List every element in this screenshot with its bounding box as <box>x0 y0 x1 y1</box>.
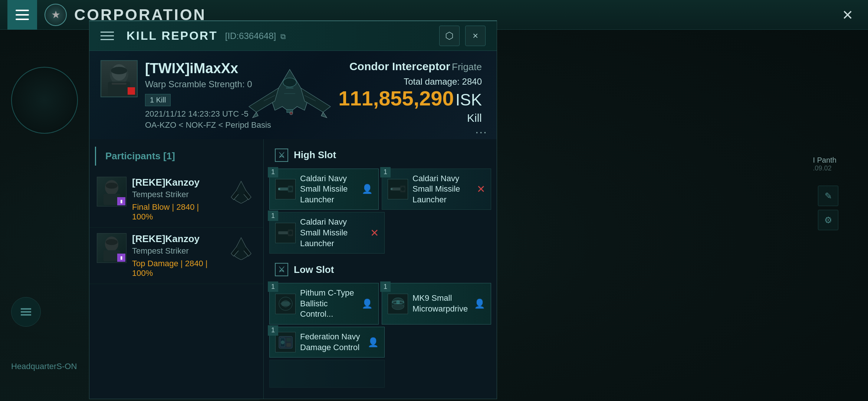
item-qty-1: 1 <box>268 167 278 177</box>
bottom-menu-button[interactable] <box>11 297 41 327</box>
content-area: Participants [1] ▮ [REKE]Kanzoy Tem <box>89 139 497 399</box>
svg-rect-0 <box>21 308 31 310</box>
hamburger-line <box>16 14 29 16</box>
svg-point-8 <box>283 78 296 87</box>
low-item-text-2: MK9 Small Microwarpdrive <box>412 293 470 314</box>
low-slot-icon: ⚔ <box>275 263 288 276</box>
participant-stats-2: Top Damage | 2840 | 100% <box>132 259 221 278</box>
person-icon-1: 👤 <box>362 184 373 194</box>
item-text-1: Caldari Navy Small Missile Launcher <box>300 173 357 205</box>
svg-rect-42 <box>286 343 291 347</box>
gear-button[interactable]: ⚙ <box>818 210 838 230</box>
close-icon-1[interactable]: ✕ <box>477 183 485 195</box>
chat-time-1: .09.02 <box>813 164 836 172</box>
participant-ship-2: Tempest Striker <box>132 246 221 256</box>
svg-rect-24 <box>278 188 280 190</box>
low-slot-row-1: 1 Pithum C-Type Ballistic Control... 👤 <box>269 283 491 325</box>
low-item-name-3: Federation Navy Damage Control <box>300 332 363 353</box>
low-item-icon-3 <box>275 332 296 352</box>
person-icon-low-3: 👤 <box>368 337 379 348</box>
participants-panel: Participants [1] ▮ [REKE]Kanzoy Tem <box>89 139 264 399</box>
svg-rect-2 <box>21 314 31 316</box>
svg-point-43 <box>281 340 285 344</box>
export-button[interactable]: ⬡ <box>439 26 460 46</box>
participant-avatar-2: ▮ <box>97 233 126 263</box>
participant-stats-1: Final Blow | 2840 | 100% <box>132 202 221 222</box>
empty-slot <box>388 212 491 254</box>
right-panel <box>838 30 868 37</box>
item-icon-3 <box>275 223 296 243</box>
corp-badge-2: ▮ <box>117 254 125 262</box>
ship-image-area <box>219 55 360 129</box>
low-item-qty-2: 1 <box>380 281 391 292</box>
item-qty-2: 1 <box>380 167 391 177</box>
low-empty-slot-2 <box>388 360 491 388</box>
high-slot-section: ⚔ High Slot 1 <box>269 145 491 254</box>
panel-menu-icon[interactable] <box>101 27 119 45</box>
low-slot-item-2: 1 <box>382 283 491 325</box>
svg-point-27 <box>401 187 405 191</box>
participant-info-2: [REKE]Kanzoy Tempest Striker Top Damage … <box>132 233 221 278</box>
edit-button[interactable]: ✎ <box>818 186 838 206</box>
low-item-text-1: Pithum C-Type Ballistic Control... <box>300 288 357 320</box>
low-item-name-2: MK9 Small Microwarpdrive <box>412 293 470 314</box>
svg-point-6 <box>111 67 127 74</box>
low-item-icon-2 <box>388 294 408 314</box>
dots-menu[interactable]: ··· <box>475 125 487 139</box>
mini-map <box>11 67 78 134</box>
equipment-panel: ⚔ High Slot 1 <box>264 139 497 399</box>
high-slot-icon: ⚔ <box>275 149 288 162</box>
svg-rect-41 <box>286 338 291 342</box>
panel-id: [ID:6364648] ⧉ <box>225 31 286 41</box>
svg-point-19 <box>106 239 118 245</box>
low-slot-row-2: 1 Federation Na <box>269 327 491 358</box>
svg-point-23 <box>289 187 292 191</box>
low-item-qty-1: 1 <box>268 281 278 292</box>
close-panel-button[interactable]: × <box>465 26 486 46</box>
participant-avatar-1: ▮ <box>97 177 126 206</box>
copy-icon[interactable]: ⧉ <box>280 32 286 40</box>
low-slot-row-3 <box>269 360 491 388</box>
participant-ship-1: Tempest Striker <box>132 190 221 199</box>
hq-label: HeadquarterS-ON <box>11 362 77 371</box>
left-panel: HeadquarterS-ON <box>0 30 89 401</box>
participant-entry-1: ▮ [REKE]Kanzoy Tempest Striker Final Blo… <box>89 171 263 228</box>
item-qty-3: 1 <box>268 211 278 221</box>
low-empty-slot <box>388 327 491 358</box>
participant-entry-2: ▮ [REKE]Kanzoy Tempest Striker Top Damag… <box>89 228 263 284</box>
svg-point-16 <box>106 183 118 189</box>
main-menu-button[interactable] <box>7 0 37 30</box>
high-slot-row-2: 1 Caldari Navy Small Missile Launcher ✕ <box>269 212 491 254</box>
corp-badge-1: ▮ <box>117 197 125 205</box>
svg-point-31 <box>289 231 292 235</box>
low-slot-item-1: 1 Pithum C-Type Ballistic Control... 👤 <box>269 283 379 325</box>
low-slot-title: ⚔ Low Slot <box>269 259 491 280</box>
item-name-1: Caldari Navy Small Missile Launcher <box>300 173 357 205</box>
item-icon-2 <box>388 179 408 199</box>
item-icon-1 <box>275 179 296 199</box>
item-text-3: Caldari Navy Small Missile Launcher <box>300 217 366 249</box>
victim-section: [TWIX]iMaxXx Warp Scramble Strength: 0 1… <box>89 51 497 139</box>
high-slot-item-2: 1 Caldari Navy Small Missile Launcher <box>382 169 491 210</box>
edit-icon-area: ✎ ⚙ <box>818 186 838 230</box>
participant-name-2: [REKE]Kanzoy <box>132 233 221 245</box>
panel-title: KILL REPORT <box>126 29 218 43</box>
close-top-button[interactable]: × <box>835 2 861 28</box>
chat-entry-1: I Panth .09.02 <box>813 156 836 172</box>
item-name-2: Caldari Navy Small Missile Launcher <box>412 173 472 205</box>
high-slot-item-1: 1 Caldari Navy Small Missile Launcher <box>269 169 379 210</box>
close-icon-2[interactable]: ✕ <box>370 227 379 239</box>
kill-count-badge: 1 Kill <box>145 94 171 106</box>
hamburger-line <box>16 19 29 20</box>
corp-logo: ★ <box>45 4 67 26</box>
ship-svg <box>227 58 353 125</box>
svg-rect-28 <box>391 188 392 190</box>
low-item-name-1: Pithum C-Type Ballistic Control... <box>300 288 357 320</box>
ship-info: Condor Interceptor Frigate Total damage:… <box>338 60 486 124</box>
low-item-icon-1 <box>275 294 296 314</box>
person-icon-low-2: 👤 <box>474 299 485 309</box>
low-slot-item-3: 1 Federation Na <box>269 327 385 358</box>
victim-avatar <box>101 60 138 97</box>
security-badge <box>128 87 135 95</box>
high-slot-item-3: 1 Caldari Navy Small Missile Launcher ✕ <box>269 212 385 254</box>
